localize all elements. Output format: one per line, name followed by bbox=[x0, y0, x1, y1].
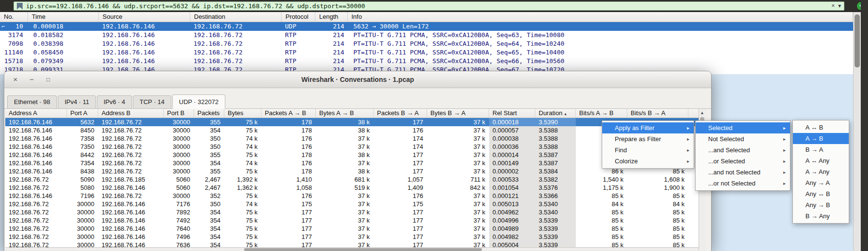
conversation-row[interactable]: 192.168.76.72 30000 192.168.76.146 7176 … bbox=[5, 200, 699, 208]
minimize-button[interactable]: − bbox=[26, 71, 38, 88]
conversations-column-header[interactable]: Port B bbox=[164, 109, 194, 118]
conversations-column-header[interactable]: Bytes A → B bbox=[316, 109, 374, 118]
direction-submenu-item[interactable]: A ↔ Any bbox=[793, 155, 849, 166]
rel-start: 0.000533 bbox=[489, 175, 535, 184]
direction-submenu-item[interactable]: B → A bbox=[793, 144, 849, 155]
bytes: 74 k bbox=[224, 200, 261, 208]
related-packet-icon: ⌐ bbox=[0, 22, 5, 31]
direction-submenu-item[interactable]: A ↔ B bbox=[793, 122, 849, 133]
conversation-row[interactable]: 192.168.76.146 5632 192.168.76.72 30000 … bbox=[5, 118, 699, 126]
clear-filter-icon[interactable]: × bbox=[831, 1, 835, 11]
conversation-row[interactable]: 192.168.76.146 8442 192.168.76.72 30000 … bbox=[5, 151, 699, 159]
direction-submenu-item[interactable]: Any → B bbox=[793, 199, 849, 211]
conversation-row[interactable]: 192.168.76.72 5090 192.168.76.185 5060 2… bbox=[5, 175, 699, 184]
conversations-tab[interactable]: IPv6 · 4 bbox=[97, 95, 132, 108]
conversation-row[interactable]: 192.168.76.72 30000 192.168.76.146 7892 … bbox=[5, 208, 699, 216]
conversations-column-header[interactable]: Packets B → A bbox=[374, 109, 427, 118]
conversation-row[interactable]: 192.168.76.72 30000 192.168.76.146 7496 … bbox=[5, 233, 699, 241]
packet-column-header[interactable]: Time bbox=[28, 12, 99, 22]
conversation-row[interactable]: 192.168.76.146 7350 192.168.76.72 30000 … bbox=[5, 143, 699, 151]
direction-submenu-item[interactable]: A → B bbox=[793, 133, 849, 144]
conversations-column-header[interactable]: Packets bbox=[194, 109, 224, 118]
bytes-b-to-a: 37 k bbox=[427, 225, 489, 233]
bits-per-s-a-to-b: 85 k bbox=[576, 216, 627, 225]
conversations-column-header[interactable]: Bytes bbox=[224, 109, 261, 118]
context-menu-item[interactable]: Colorize▸ bbox=[602, 156, 694, 167]
packets: 354 bbox=[194, 233, 224, 241]
maximize-button[interactable]: □ bbox=[42, 71, 54, 88]
filter-submenu-item[interactable]: ...and Selected▸ bbox=[696, 145, 790, 156]
conversation-row[interactable]: 192.168.76.146 7196 192.168.76.72 30000 … bbox=[5, 192, 699, 200]
conversations-tab[interactable]: TCP · 14 bbox=[133, 95, 171, 108]
duration: 3.5388 bbox=[535, 143, 576, 151]
bytes: 1,362 k bbox=[224, 184, 261, 192]
conversations-column-header[interactable]: Bits/s B → A bbox=[627, 109, 688, 118]
packets-a-to-b: 178 bbox=[261, 151, 316, 159]
display-filter-input[interactable] bbox=[26, 2, 828, 10]
conversation-row[interactable]: 192.168.76.72 5080 192.168.76.146 5060 2… bbox=[5, 184, 699, 192]
conversation-row[interactable]: 192.168.76.146 8450 192.168.76.72 30000 … bbox=[5, 126, 699, 134]
context-menu-item[interactable]: Apply as Filter▸ bbox=[602, 122, 694, 133]
table-hscrollbar-thumb[interactable] bbox=[244, 248, 482, 251]
filter-submenu-item[interactable]: ...or Selected▸ bbox=[696, 156, 790, 167]
conversation-row[interactable]: 192.168.76.146 7354 192.168.76.72 30000 … bbox=[5, 159, 699, 167]
conversations-column-header[interactable]: Address A bbox=[5, 109, 67, 118]
packet-column-header[interactable]: Length bbox=[315, 12, 348, 22]
conversation-row[interactable]: 192.168.76.146 7358 192.168.76.72 30000 … bbox=[5, 134, 699, 143]
table-horizontal-scrollbar[interactable] bbox=[5, 247, 699, 251]
filter-submenu-item[interactable]: Not Selected▸ bbox=[696, 133, 790, 145]
packet-column-header[interactable]: Destination bbox=[190, 12, 282, 22]
filter-submenu-item[interactable]: Selected▸ bbox=[696, 122, 790, 133]
filter-bookmark-icon[interactable] bbox=[17, 3, 23, 10]
filter-dropdown-icon[interactable]: ▾ bbox=[838, 1, 841, 11]
bits-per-s-b-to-a: 85 k bbox=[627, 225, 688, 233]
packet-row[interactable]: 11140 0.058450 192.168.76.146 192.168.76… bbox=[0, 48, 853, 57]
conversations-tab[interactable]: UDP · 322072 bbox=[172, 94, 225, 109]
submenu-arrow-icon: ▸ bbox=[679, 147, 689, 153]
packet-row[interactable]: 3174 0.018582 192.168.76.146 192.168.76.… bbox=[0, 31, 853, 40]
context-menu-item[interactable]: Find▸ bbox=[602, 145, 694, 156]
address-b: 192.168.76.185 bbox=[98, 175, 164, 184]
conversation-row[interactable]: 192.168.76.146 8438 192.168.76.72 30000 … bbox=[5, 167, 699, 175]
dialog-titlebar[interactable]: × − □ Wireshark · Conversations · 1.pcap bbox=[4, 71, 711, 88]
main-vertical-scrollbar[interactable] bbox=[853, 12, 861, 251]
conversations-column-header[interactable]: Duration▴ bbox=[535, 109, 576, 118]
address-a: 192.168.76.72 bbox=[5, 208, 67, 216]
conversations-column-header[interactable]: Address B bbox=[98, 109, 164, 118]
conversations-tab[interactable]: Ethernet · 98 bbox=[7, 95, 57, 108]
conversation-row[interactable]: 192.168.76.72 30000 192.168.76.146 7492 … bbox=[5, 216, 699, 225]
direction-submenu-item[interactable]: A → Any bbox=[793, 166, 849, 177]
packet-length: 214 bbox=[315, 57, 348, 66]
packet-column-header[interactable]: Protocol bbox=[282, 12, 315, 22]
submenu-arrow-icon: ▸ bbox=[776, 147, 786, 153]
duration: 3.5339 bbox=[535, 233, 576, 241]
scroll-up-icon[interactable]: ▲ bbox=[699, 109, 705, 115]
direction-submenu-item[interactable]: B → Any bbox=[793, 211, 849, 222]
conversations-column-header[interactable]: Bits/s A → B bbox=[576, 109, 627, 118]
bytes-b-to-a: 37 k bbox=[427, 200, 489, 208]
conversations-column-header[interactable]: Bytes B → A bbox=[427, 109, 489, 118]
packet-column-header[interactable]: Info bbox=[348, 12, 853, 22]
conversations-column-header[interactable]: Packets A → B bbox=[261, 109, 316, 118]
submenu-arrow-icon: ▸ bbox=[776, 159, 786, 164]
duration: 3.5384 bbox=[535, 167, 576, 175]
direction-submenu-item[interactable]: Any → A bbox=[793, 177, 849, 188]
conversations-tab[interactable]: IPv4 · 11 bbox=[58, 95, 96, 108]
context-menu-item[interactable]: Prepare as Filter▸ bbox=[602, 133, 694, 145]
packet-column-header[interactable]: No. bbox=[0, 12, 28, 22]
port-a: 5632 bbox=[67, 118, 98, 126]
conversations-column-header[interactable]: Rel Start bbox=[489, 109, 535, 118]
packet-row[interactable]: 15718 0.079349 192.168.76.146 192.168.76… bbox=[0, 57, 853, 66]
main-scrollbar-thumb[interactable] bbox=[855, 14, 860, 67]
filter-submenu-item[interactable]: ...or not Selected▸ bbox=[696, 178, 790, 189]
packet-row[interactable]: 7098 0.038398 192.168.76.146 192.168.76.… bbox=[0, 40, 853, 48]
close-button[interactable]: × bbox=[9, 71, 22, 88]
direction-submenu-item[interactable]: Any ↔ B bbox=[793, 188, 849, 199]
address-a: 192.168.76.72 bbox=[5, 225, 67, 233]
context-menu: Apply as Filter▸ Prepare as Filter▸ Find… bbox=[602, 120, 694, 169]
conversations-column-header[interactable]: Port A bbox=[67, 109, 98, 118]
packet-column-header[interactable]: Source bbox=[99, 12, 190, 22]
packet-row[interactable]: ⌐10 0.000018 192.168.76.146 192.168.76.7… bbox=[0, 22, 853, 31]
conversation-row[interactable]: 192.168.76.72 30000 192.168.76.146 7640 … bbox=[5, 225, 699, 233]
filter-submenu-item[interactable]: ...and not Selected▸ bbox=[696, 167, 790, 178]
